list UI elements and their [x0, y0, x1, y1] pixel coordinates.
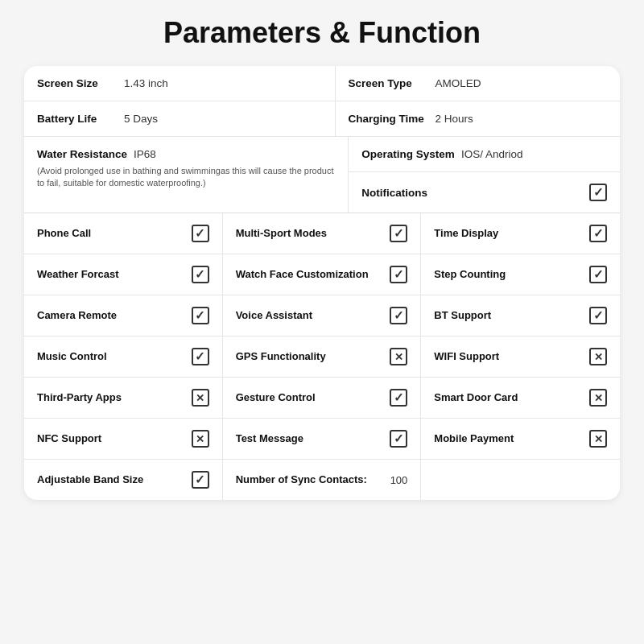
- test-message-checkbox: [390, 430, 407, 448]
- music-control-label: Music Control: [37, 350, 185, 364]
- mobile-payment-label: Mobile Payment: [434, 432, 583, 446]
- spec-row-2: Battery Life 5 Days Charging Time 2 Hour…: [24, 101, 620, 137]
- spec-cell-water: Water Resistance IP68 (Avoid prolonged u…: [24, 137, 349, 213]
- bt-support-checkbox: [589, 307, 607, 324]
- feature-mobile-payment: Mobile Payment: [421, 419, 620, 460]
- feature-sync-contacts: Number of Sync Contacts: 100: [223, 460, 422, 500]
- time-display-checkbox: [589, 225, 607, 242]
- feature-camera-remote: Camera Remote: [24, 295, 223, 336]
- multi-sport-label: Multi-Sport Modes: [236, 227, 384, 241]
- feature-bt-support: BT Support: [421, 295, 620, 336]
- spec-cell-screen-type: Screen Type AMOLED: [336, 66, 620, 101]
- battery-value: 5 Days: [124, 113, 158, 125]
- feature-wifi: WIFI Support: [421, 336, 620, 378]
- feature-time-display: Time Display: [421, 213, 620, 254]
- nfc-label: NFC Support: [37, 432, 185, 446]
- water-note: (Avoid prolonged use in bathing and swim…: [37, 165, 335, 190]
- screen-size-value: 1.43 inch: [124, 77, 168, 89]
- feature-nfc: NFC Support: [24, 419, 223, 460]
- feature-empty: [421, 460, 620, 500]
- weather-label: Weather Forcast: [37, 268, 185, 282]
- spec-row-3: Water Resistance IP68 (Avoid prolonged u…: [24, 137, 620, 213]
- feature-weather: Weather Forcast: [24, 254, 223, 295]
- spec-cell-battery: Battery Life 5 Days: [24, 101, 336, 136]
- gesture-label: Gesture Control: [236, 391, 384, 405]
- wifi-label: WIFI Support: [434, 350, 583, 364]
- adjustable-band-checkbox: [192, 471, 209, 489]
- feature-gps: GPS Functionality: [223, 336, 422, 378]
- gps-checkbox: [390, 348, 407, 365]
- charging-label: Charging Time: [349, 113, 429, 125]
- feature-third-party: Third-Party Apps: [24, 378, 223, 419]
- voice-assistant-checkbox: [390, 307, 407, 324]
- feature-watch-face: Watch Face Customization: [223, 254, 422, 295]
- watch-face-label: Watch Face Customization: [236, 268, 384, 282]
- feature-phone-call: Phone Call: [24, 213, 223, 254]
- mobile-payment-checkbox: [589, 430, 607, 448]
- music-control-checkbox: [192, 348, 209, 365]
- water-value: IP68: [134, 148, 156, 160]
- smart-door-label: Smart Door Card: [434, 391, 583, 405]
- sync-contacts-label: Number of Sync Contacts:: [236, 473, 390, 487]
- step-counting-label: Step Counting: [434, 268, 583, 282]
- step-counting-checkbox: [589, 266, 607, 283]
- third-party-label: Third-Party Apps: [37, 391, 185, 405]
- battery-label: Battery Life: [37, 113, 118, 125]
- nfc-checkbox: [192, 430, 209, 448]
- voice-assistant-label: Voice Assistant: [236, 309, 384, 323]
- smart-door-checkbox: [589, 389, 607, 407]
- feature-voice-assistant: Voice Assistant: [223, 295, 422, 336]
- os-value: IOS/ Andriod: [461, 148, 523, 160]
- feature-step-counting: Step Counting: [421, 254, 620, 295]
- adjustable-band-label: Adjustable Band Size: [37, 473, 185, 487]
- os-label: Operating System: [361, 148, 455, 160]
- watch-face-checkbox: [390, 266, 407, 283]
- test-message-label: Test Message: [236, 432, 384, 446]
- spec-cell-charging: Charging Time 2 Hours: [336, 101, 620, 136]
- page: Parameters & Function Screen Size 1.43 i…: [0, 0, 644, 644]
- spec-row-1: Screen Size 1.43 inch Screen Type AMOLED: [24, 66, 620, 101]
- bt-support-label: BT Support: [434, 309, 583, 323]
- feature-multi-sport: Multi-Sport Modes: [223, 213, 422, 254]
- phone-call-checkbox: [192, 225, 209, 242]
- water-label: Water Resistance: [37, 148, 127, 160]
- screen-type-label: Screen Type: [349, 77, 429, 89]
- gps-label: GPS Functionality: [236, 350, 384, 364]
- gesture-checkbox: [390, 389, 407, 407]
- feature-test-message: Test Message: [223, 419, 422, 460]
- sync-contacts-value: 100: [390, 474, 408, 486]
- wifi-checkbox: [589, 348, 607, 365]
- camera-remote-label: Camera Remote: [37, 309, 185, 323]
- camera-remote-checkbox: [192, 307, 209, 324]
- multi-sport-checkbox: [390, 225, 407, 242]
- notifications-label: Notifications: [361, 187, 583, 199]
- time-display-label: Time Display: [434, 227, 583, 241]
- feature-music-control: Music Control: [24, 336, 223, 378]
- charging-value: 2 Hours: [436, 113, 473, 125]
- screen-type-value: AMOLED: [436, 77, 481, 89]
- notifications-checkbox: [589, 184, 607, 201]
- feature-gesture: Gesture Control: [223, 378, 422, 419]
- phone-call-label: Phone Call: [37, 227, 185, 241]
- feature-smart-door: Smart Door Card: [421, 378, 620, 419]
- spec-cell-os-notifications: Operating System IOS/ Andriod Notificati…: [349, 137, 620, 213]
- parameters-card: Screen Size 1.43 inch Screen Type AMOLED…: [24, 66, 620, 500]
- feature-adjustable-band: Adjustable Band Size: [24, 460, 223, 500]
- third-party-checkbox: [192, 389, 209, 407]
- page-title: Parameters & Function: [24, 16, 620, 50]
- specs-section: Screen Size 1.43 inch Screen Type AMOLED…: [24, 66, 620, 213]
- features-grid: Phone Call Multi-Sport Modes Time Displa…: [24, 213, 620, 500]
- screen-size-label: Screen Size: [37, 77, 118, 89]
- weather-checkbox: [192, 266, 209, 283]
- spec-cell-screen-size: Screen Size 1.43 inch: [24, 66, 336, 101]
